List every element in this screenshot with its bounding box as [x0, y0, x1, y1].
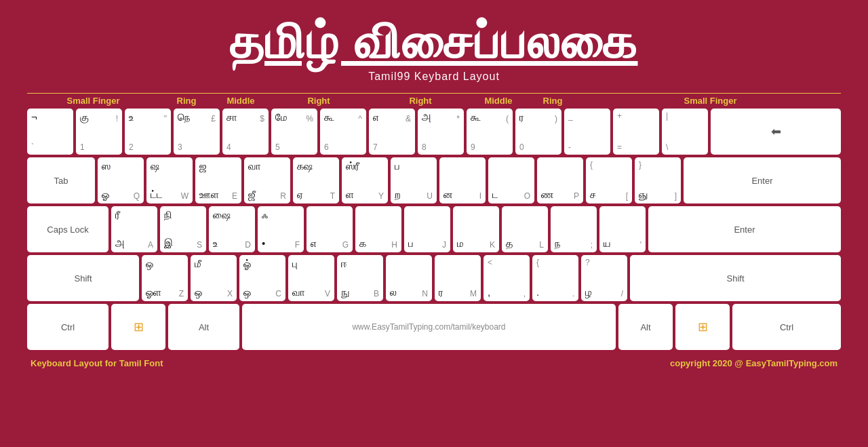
key-row-bottom: Ctrl ⊞ Alt www.EasyTamilTyping.com/tamil… — [27, 304, 841, 350]
key-5[interactable]: மே % 5 — [271, 109, 317, 155]
key-3[interactable]: நெ £ 3 — [174, 109, 220, 155]
key-r[interactable]: வா ஜீ R — [244, 157, 290, 203]
alt-right-key[interactable]: Alt — [618, 304, 673, 350]
key-8[interactable]: அ * 8 — [418, 109, 464, 155]
key-t[interactable]: கஷ ஏ T — [293, 157, 339, 203]
key-c[interactable]: ஓ் ஒ C — [239, 255, 285, 301]
key-4[interactable]: சா $ 4 — [222, 109, 269, 155]
enter-key-bottom[interactable]: Enter — [648, 206, 841, 252]
footer-right: copyright 2020 @ EasyTamilTyping.com — [670, 358, 837, 368]
key-z[interactable]: ஒ ஓள Z — [142, 255, 188, 301]
key-l[interactable]: த L — [502, 206, 548, 252]
key-j[interactable]: ப J — [404, 206, 450, 252]
finger-label-middle-right: Middle — [471, 93, 526, 106]
key-backtick[interactable]: ¬ ` — [27, 109, 73, 155]
tab-key[interactable]: Tab — [27, 157, 95, 203]
key-y[interactable]: ஸ்ரீ ள Y — [342, 157, 388, 203]
key-bracket-left[interactable]: { ச [ — [586, 157, 632, 203]
key-m[interactable]: ர M — [435, 255, 481, 301]
key-x[interactable]: மீ ஒ X — [191, 255, 237, 301]
finger-label-right-left: Right — [268, 93, 370, 106]
key-semicolon[interactable]: ந ; — [551, 206, 597, 252]
key-minus[interactable]: _ - — [564, 109, 610, 155]
backspace-key[interactable]: ⬅ — [711, 109, 841, 155]
key-f[interactable]: ஃ • F — [258, 206, 304, 252]
key-a[interactable]: ரீ அ A — [111, 206, 157, 252]
key-1[interactable]: கு ! 1 — [76, 109, 122, 155]
key-h[interactable]: க H — [355, 206, 401, 252]
key-n[interactable]: ல N — [386, 255, 432, 301]
key-comma[interactable]: < , , — [484, 255, 530, 301]
key-s[interactable]: நி இ S — [160, 206, 206, 252]
finger-label-right-right: Right — [370, 93, 471, 106]
title-subtitle: Tamil99 Keybard Layout — [368, 71, 500, 83]
key-row-1: ¬ ` கு ! 1 உ — [27, 109, 841, 155]
alt-left-key[interactable]: Alt — [168, 304, 239, 350]
key-q[interactable]: ஸ ஓ Q — [98, 157, 144, 203]
key-i[interactable]: ன I — [439, 157, 486, 203]
key-6[interactable]: கூ ^ 6 — [320, 109, 366, 155]
shift-right-key[interactable]: Shift — [630, 255, 841, 301]
enter-key-top[interactable]: Enter — [684, 157, 841, 203]
key-equals[interactable]: + = — [613, 109, 659, 155]
key-k[interactable]: ம K — [453, 206, 499, 252]
key-w[interactable]: ஷ ட்ட W — [146, 157, 193, 203]
finger-label-ring-right: Ring — [526, 93, 580, 106]
finger-label-small-left: Small Finger — [27, 93, 159, 106]
key-quote[interactable]: ய ' — [599, 206, 646, 252]
key-e[interactable]: ஜ ஊள E — [195, 157, 241, 203]
windows-left-key[interactable]: ⊞ — [111, 304, 165, 350]
caps-lock-key[interactable]: Caps Lock — [27, 206, 108, 252]
key-u[interactable]: ப ற U — [391, 157, 437, 203]
keyboard: ¬ ` கு ! 1 உ — [27, 109, 841, 350]
ctrl-left-key[interactable]: Ctrl — [27, 304, 108, 350]
key-7[interactable]: எ & 7 — [369, 109, 415, 155]
windows-right-key[interactable]: ⊞ — [675, 304, 730, 350]
key-slash[interactable]: ? ழ / — [581, 255, 627, 301]
footer-left: Keyboard Layout for Tamil Font — [31, 358, 163, 368]
key-row-2: Tab ஸ ஓ Q ஷ ட்ட W ஜ — [27, 157, 841, 203]
key-row-4: Shift ஒ ஓள Z மீ ஒ X ஓ் — [27, 255, 841, 301]
key-v[interactable]: பு வா V — [288, 255, 334, 301]
footer: Keyboard Layout for Tamil Font copyright… — [27, 358, 841, 368]
key-0[interactable]: ர ) 0 — [515, 109, 561, 155]
ctrl-right-key[interactable]: Ctrl — [732, 304, 841, 350]
key-row-3: Caps Lock ரீ அ A நி இ S ஷை — [27, 206, 841, 252]
key-period[interactable]: { . . — [532, 255, 578, 301]
title-tamil: தமிழ் விசைப்பலகை — [230, 14, 637, 71]
key-bracket-right[interactable]: } ஞு ] — [635, 157, 681, 203]
key-backslash[interactable]: | \ — [662, 109, 708, 155]
finger-label-small-right: Small Finger — [580, 93, 841, 106]
key-9[interactable]: கூ ( 9 — [467, 109, 513, 155]
finger-label-ring-left: Ring — [159, 93, 214, 106]
finger-labels: Small Finger Ring Middle Right Right Mid… — [27, 93, 841, 106]
finger-label-middle-left: Middle — [214, 93, 268, 106]
spacebar-key[interactable]: www.EasyTamilTyping.com/tamil/keyboard — [242, 304, 616, 350]
key-g[interactable]: எ G — [307, 206, 353, 252]
key-d[interactable]: ஷை உ D — [209, 206, 255, 252]
key-o[interactable]: ட O — [488, 157, 534, 203]
shift-left-key[interactable]: Shift — [27, 255, 139, 301]
key-b[interactable]: ஈ நு B — [337, 255, 383, 301]
key-p[interactable]: ண P — [537, 157, 583, 203]
key-2[interactable]: உ " 2 — [125, 109, 171, 155]
